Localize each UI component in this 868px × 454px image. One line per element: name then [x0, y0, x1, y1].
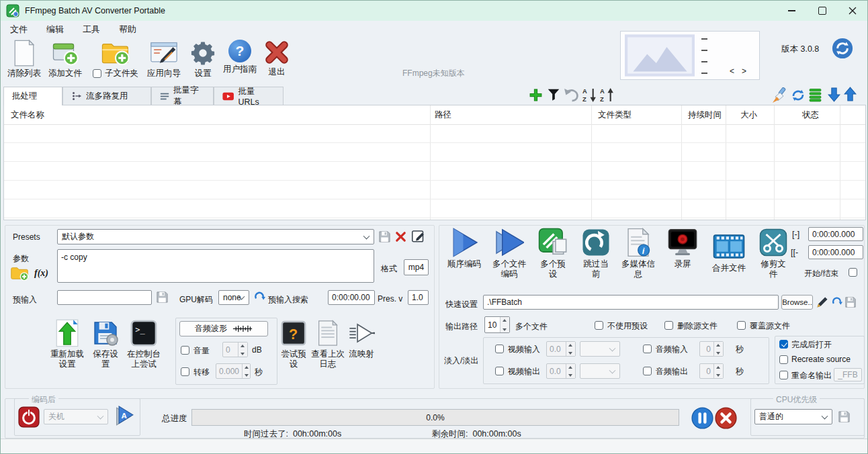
spin-down[interactable]	[714, 371, 723, 379]
trim-start-input[interactable]: 0:00:00.000	[808, 227, 863, 241]
no-preset-checkbox[interactable]	[595, 321, 603, 330]
col-path[interactable]: 路径	[435, 109, 451, 121]
audio-waveform-button[interactable]: 音频波形	[179, 321, 268, 336]
col-filename[interactable]: 文件名称	[11, 109, 44, 121]
minimize-button[interactable]	[777, 1, 807, 21]
trim-end-input[interactable]: 0:00:00.000	[808, 245, 863, 259]
save-path-button[interactable]	[844, 296, 857, 310]
rename-suffix-input[interactable]: _FFB	[834, 368, 862, 381]
close-button[interactable]	[837, 1, 867, 21]
video-in-spinner[interactable]: 0.0	[546, 341, 576, 357]
audio-out-checkbox[interactable]	[643, 367, 652, 375]
trim-files-button[interactable]: 修剪文件	[758, 228, 788, 279]
menu-edit[interactable]: 编辑	[37, 21, 73, 38]
save-preset-button[interactable]	[378, 230, 391, 245]
media-info-button[interactable]: i 多媒体信息	[619, 228, 658, 279]
col-duration[interactable]: 持续时间	[688, 109, 722, 121]
rename-output-checkbox[interactable]	[779, 371, 788, 379]
video-in-checkbox[interactable]	[495, 345, 504, 353]
app-wizard-button[interactable]: 应用向导	[144, 40, 183, 79]
pause-button[interactable]	[691, 407, 713, 431]
spin-down[interactable]	[243, 371, 250, 379]
tab-subtitles[interactable]: 批量字幕	[151, 87, 214, 105]
spin-up[interactable]	[501, 317, 509, 325]
preview-next-button[interactable]: >	[742, 66, 746, 76]
move-down-button[interactable]	[827, 87, 841, 104]
video-out-checkbox[interactable]	[495, 367, 504, 375]
volume-spinner[interactable]: 0	[222, 342, 248, 357]
sequential-encode-button[interactable]: 顺序编码	[443, 228, 486, 269]
view-log-button[interactable]: 查看上次日志	[311, 319, 345, 369]
stream-map-button[interactable]: 流映射	[346, 319, 377, 359]
multi-preset-button[interactable]: 多个预设	[537, 228, 569, 279]
params-input[interactable]: -c copy	[57, 249, 374, 283]
concurrent-files-spinner[interactable]: 10	[484, 316, 510, 333]
fx-variables-button[interactable]: f(x)	[34, 268, 48, 279]
skip-current-button[interactable]: 跳过当前	[580, 228, 612, 279]
try-console-button[interactable]: >_ 在控制台上尝试	[123, 319, 165, 369]
clean-names-button[interactable]	[772, 87, 788, 105]
undo-button[interactable]	[564, 88, 579, 104]
screen-record-button[interactable]: 录屏	[667, 228, 698, 269]
check-updates-button[interactable]	[832, 38, 853, 61]
start-end-checkbox[interactable]	[849, 268, 857, 277]
tab-batch[interactable]: 批处理	[3, 87, 62, 105]
sort-az-desc-button[interactable]: AZ	[582, 87, 598, 105]
col-size[interactable]: 大小	[740, 109, 757, 121]
delete-preset-button[interactable]	[394, 230, 407, 245]
video-in-type-select[interactable]	[580, 341, 620, 357]
audio-out-spinner[interactable]: 0	[699, 363, 724, 379]
volume-checkbox[interactable]	[181, 346, 189, 355]
tab-mux[interactable]: 流多路复用	[62, 87, 151, 105]
video-out-spinner[interactable]: 0.0	[546, 363, 576, 379]
save-preinput-button[interactable]	[156, 291, 169, 306]
clear-list-button[interactable]: 清除列表	[3, 40, 45, 79]
settings-button[interactable]: 设置	[187, 40, 218, 79]
subfolders-checkbox[interactable]	[93, 69, 101, 78]
try-preset-button[interactable]: ? 尝试预设	[277, 319, 310, 369]
audio-in-checkbox[interactable]	[643, 345, 652, 353]
after-encoding-select[interactable]: 关机	[44, 409, 108, 424]
sort-az-asc-button[interactable]: AZ	[600, 87, 615, 105]
preset-version-input[interactable]: 1.0	[408, 290, 429, 305]
merge-files-button[interactable]: 合并文件	[711, 228, 746, 273]
add-row-button[interactable]	[529, 88, 543, 104]
spin-up[interactable]	[714, 342, 723, 349]
save-settings-button[interactable]: 保存设置	[89, 319, 122, 369]
shift-spinner[interactable]: 0.000	[216, 363, 251, 379]
preinput-input[interactable]	[57, 290, 152, 305]
open-when-done-checkbox[interactable]	[779, 340, 788, 349]
refresh-list-button[interactable]	[791, 88, 806, 105]
menu-tools[interactable]: 工具	[73, 21, 110, 38]
preview-prev-button[interactable]: <	[730, 66, 734, 76]
tab-urls[interactable]: 批量 URLs	[214, 87, 284, 105]
exit-button[interactable]: 退出	[261, 40, 292, 77]
shutdown-button[interactable]	[18, 406, 40, 430]
menu-help[interactable]: 帮助	[110, 21, 146, 38]
spin-down[interactable]	[566, 371, 575, 379]
menu-file[interactable]: 文件	[1, 21, 37, 38]
delete-source-checkbox[interactable]	[664, 321, 673, 330]
stop-button[interactable]	[715, 407, 737, 431]
format-input[interactable]: mp4	[404, 259, 429, 275]
spin-down[interactable]	[501, 325, 509, 333]
browse-button[interactable]: Browse..	[781, 295, 813, 310]
auto-start-button[interactable]: A	[114, 405, 134, 430]
save-priority-button[interactable]	[838, 410, 851, 425]
video-out-type-select[interactable]	[580, 363, 620, 379]
list-view-button[interactable]	[808, 88, 822, 104]
output-folder-input[interactable]: .\FFBatch	[483, 295, 779, 310]
spin-up[interactable]	[243, 364, 250, 371]
spin-up[interactable]	[566, 342, 575, 349]
file-table[interactable]: 文件名称 路径 文件类型 持续时间 大小 状态	[3, 105, 866, 220]
shift-checkbox[interactable]	[181, 367, 189, 376]
add-path-to-params-button[interactable]	[10, 265, 29, 283]
preset-select[interactable]: 默认参数	[57, 229, 374, 244]
spin-down[interactable]	[714, 349, 723, 357]
overwrite-source-checkbox[interactable]	[737, 321, 746, 330]
cpu-priority-select[interactable]: 普通的	[754, 409, 832, 424]
col-type[interactable]: 文件类型	[598, 109, 632, 121]
recreate-source-checkbox[interactable]	[779, 355, 788, 364]
spin-down[interactable]	[566, 349, 575, 357]
gpu-decode-select[interactable]: none	[218, 290, 249, 305]
